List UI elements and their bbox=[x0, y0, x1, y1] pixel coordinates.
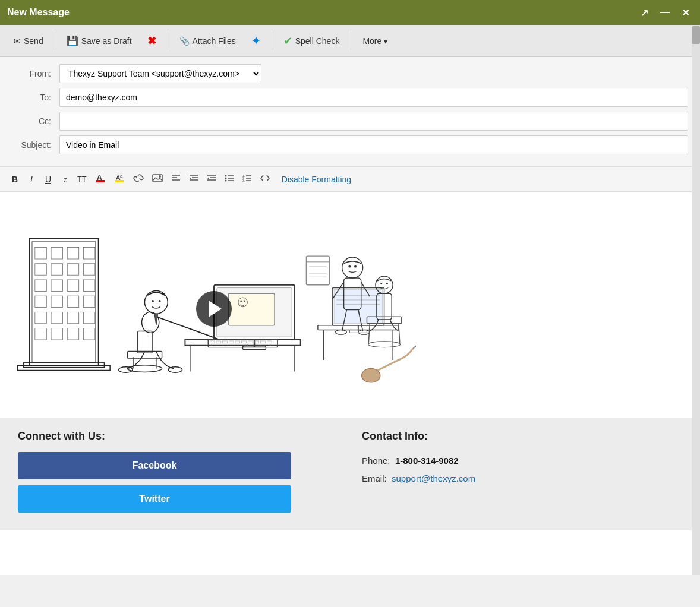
text-color-button[interactable]: A bbox=[92, 170, 109, 188]
svg-rect-60 bbox=[138, 331, 152, 353]
svg-rect-101 bbox=[334, 289, 383, 323]
svg-rect-47 bbox=[51, 312, 62, 323]
svg-rect-44 bbox=[67, 296, 78, 307]
window-controls: ↗ — ✕ bbox=[637, 6, 693, 20]
attach-label: Attach Files bbox=[193, 36, 236, 46]
svg-rect-67 bbox=[185, 340, 300, 346]
unordered-list-button[interactable] bbox=[221, 172, 238, 186]
svg-rect-41 bbox=[83, 280, 94, 291]
email-label: Email: bbox=[362, 473, 387, 483]
scrollbar-thumb[interactable] bbox=[692, 26, 700, 44]
svg-point-125 bbox=[362, 369, 380, 382]
contact-section: Contact Info: Phone: 1-800-314-9082 Emai… bbox=[362, 430, 682, 519]
svg-rect-45 bbox=[83, 296, 94, 307]
more-label: More bbox=[362, 36, 381, 46]
bold-button[interactable]: B bbox=[7, 172, 23, 186]
svg-rect-37 bbox=[83, 264, 94, 275]
svg-rect-29 bbox=[32, 242, 96, 363]
minimize-button[interactable]: — bbox=[657, 6, 673, 20]
video-area[interactable] bbox=[12, 204, 416, 394]
svg-point-63 bbox=[152, 300, 154, 302]
svg-rect-53 bbox=[83, 328, 94, 340]
play-button[interactable] bbox=[196, 291, 232, 327]
insert-image-button[interactable] bbox=[149, 172, 166, 186]
subject-row: Subject: bbox=[12, 135, 688, 154]
svg-point-65 bbox=[119, 367, 133, 373]
from-select[interactable]: Thexyz Support Team <support@thexyz.com> bbox=[59, 64, 261, 83]
code-button[interactable] bbox=[257, 172, 273, 186]
italic-button[interactable]: I bbox=[24, 172, 39, 186]
spell-icon: ✔ bbox=[283, 34, 292, 48]
contact-title: Contact Info: bbox=[362, 430, 682, 442]
svg-rect-5 bbox=[153, 175, 162, 182]
send-button[interactable]: ✉ Send bbox=[7, 32, 50, 50]
svg-point-118 bbox=[380, 283, 382, 284]
cc-row: Cc: bbox=[12, 112, 688, 131]
svg-rect-79 bbox=[210, 341, 215, 343]
svg-rect-34 bbox=[35, 264, 46, 275]
subject-input[interactable] bbox=[59, 135, 688, 154]
email-link[interactable]: support@thexyz.com bbox=[392, 473, 475, 483]
svg-rect-83 bbox=[235, 341, 240, 343]
more-arrow-icon bbox=[384, 36, 387, 46]
dropbox-button[interactable]: ✦ bbox=[245, 30, 267, 52]
monospace-button[interactable]: TT bbox=[74, 172, 90, 186]
send-label: Send bbox=[24, 36, 43, 46]
svg-line-122 bbox=[368, 324, 370, 343]
attach-icon: 📎 bbox=[179, 36, 190, 46]
svg-rect-74 bbox=[228, 293, 275, 325]
play-icon bbox=[209, 301, 222, 317]
svg-point-62 bbox=[144, 290, 168, 314]
svg-text:A: A bbox=[97, 173, 102, 182]
from-label: From: bbox=[12, 69, 59, 78]
attach-files-button[interactable]: 📎 Attach Files bbox=[173, 32, 242, 50]
strikethrough-button[interactable]: 𝑧 bbox=[57, 172, 72, 186]
svg-rect-87 bbox=[261, 341, 266, 343]
close-button[interactable]: ✕ bbox=[678, 6, 693, 20]
title-bar: New Message ↗ — ✕ bbox=[0, 0, 700, 25]
disable-formatting-button[interactable]: Disable Formatting bbox=[282, 175, 352, 184]
svg-rect-84 bbox=[242, 341, 247, 343]
save-draft-button[interactable]: 💾 Save as Draft bbox=[60, 31, 138, 50]
email-row: Email: support@thexyz.com bbox=[362, 470, 682, 488]
svg-rect-49 bbox=[83, 312, 94, 323]
highlight-button[interactable]: Aa bbox=[111, 170, 128, 188]
svg-rect-35 bbox=[51, 264, 62, 275]
outdent-button[interactable] bbox=[203, 172, 220, 186]
link-button[interactable] bbox=[130, 172, 147, 186]
svg-rect-80 bbox=[216, 341, 221, 343]
svg-point-18 bbox=[225, 180, 226, 182]
connect-section: Connect with Us: Facebook Twitter bbox=[18, 430, 338, 519]
svg-rect-39 bbox=[51, 280, 62, 291]
underline-button[interactable]: U bbox=[40, 172, 56, 186]
to-input[interactable] bbox=[59, 88, 688, 107]
svg-rect-33 bbox=[83, 248, 94, 259]
twitter-button[interactable]: Twitter bbox=[18, 485, 291, 513]
spell-check-button[interactable]: ✔ Spell Check bbox=[277, 30, 346, 52]
email-footer: Connect with Us: Facebook Twitter Contac… bbox=[0, 418, 700, 530]
from-row: From: Thexyz Support Team <support@thexy… bbox=[12, 64, 688, 83]
dropbox-icon: ✦ bbox=[251, 34, 260, 48]
subject-label: Subject: bbox=[12, 140, 59, 150]
more-button[interactable]: More bbox=[356, 32, 394, 50]
email-body[interactable]: Connect with Us: Facebook Twitter Contac… bbox=[0, 192, 700, 575]
delete-button[interactable]: ✖ bbox=[141, 30, 163, 52]
svg-point-124 bbox=[368, 342, 400, 347]
indent-button[interactable] bbox=[185, 172, 202, 186]
toolbar: ✉ Send 💾 Save as Draft ✖ 📎 Attach Files … bbox=[0, 25, 700, 57]
facebook-button[interactable]: Facebook bbox=[18, 452, 291, 479]
to-label: To: bbox=[12, 93, 59, 102]
svg-point-76 bbox=[240, 300, 242, 302]
svg-rect-52 bbox=[67, 328, 78, 340]
ordered-list-button[interactable]: 1.2.3. bbox=[239, 172, 256, 186]
svg-point-17 bbox=[225, 178, 226, 179]
svg-rect-38 bbox=[35, 280, 46, 291]
maximize-button[interactable]: ↗ bbox=[637, 6, 652, 20]
svg-rect-30 bbox=[35, 248, 46, 259]
svg-rect-51 bbox=[51, 328, 62, 340]
main-content: ✉ Send 💾 Save as Draft ✖ 📎 Attach Files … bbox=[0, 25, 700, 575]
cc-input[interactable] bbox=[59, 112, 688, 131]
format-bar: B I U 𝑧 TT A Aa 1.2.3. bbox=[0, 167, 700, 192]
svg-point-115 bbox=[335, 330, 346, 334]
align-left-button[interactable] bbox=[168, 172, 184, 186]
